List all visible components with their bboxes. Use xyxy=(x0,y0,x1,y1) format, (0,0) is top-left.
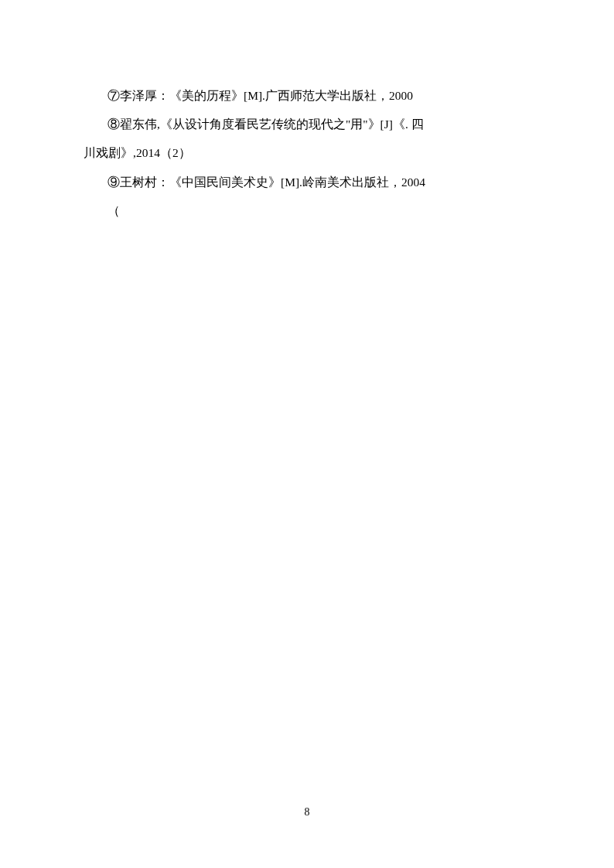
page-number: 8 xyxy=(0,806,614,819)
reference-entry-7: ⑦李泽厚：《美的历程》[M].广西师范大学出版社，2000 xyxy=(84,81,530,110)
reference-entry-8-part1: ⑧翟东伟,《从设计角度看民艺传统的现代之"用"》[J]《. 四 xyxy=(84,110,530,138)
orphan-paren: （ xyxy=(84,196,530,225)
reference-entry-8-part2: 川戏剧》,2014（2） xyxy=(84,138,530,167)
reference-entry-9: ⑨王树村：《中国民间美术史》[M].岭南美术出版社，2004 xyxy=(84,168,530,196)
document-page: ⑦李泽厚：《美的历程》[M].广西师范大学出版社，2000 ⑧翟东伟,《从设计角… xyxy=(0,0,614,225)
